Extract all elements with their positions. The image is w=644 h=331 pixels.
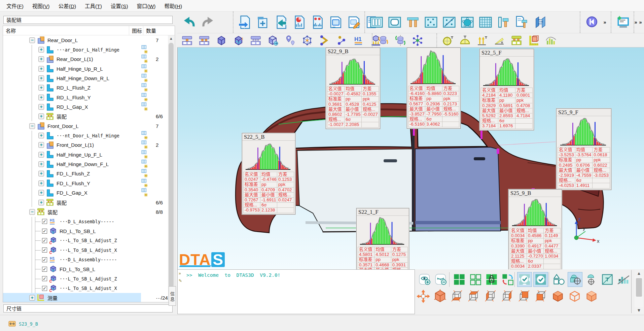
feature-target-button[interactable] [568,272,582,287]
expand-icon[interactable]: + [38,180,44,186]
spec-doc-button[interactable] [513,13,530,32]
stat-card-S22_9_B[interactable]: S22_9_B名义值均值方差-0.0027-0.45820.1355标准差ppp… [326,47,380,129]
grid-gear-icon[interactable] [141,131,155,140]
measure-cube-button[interactable] [526,33,542,47]
tree-row-FD_L_Flush_Z[interactable]: +FD_L_Flush_Z [3,169,175,178]
card-title[interactable]: S22_5_F [480,49,534,57]
grid-gear-icon[interactable] [141,169,155,178]
checkbox[interactable]: ✓ [42,247,47,253]
column-icon[interactable]: 图标 [129,26,143,35]
checkbox[interactable]: ✓ [42,238,47,243]
expand-icon[interactable]: + [38,56,44,62]
import-model-button[interactable] [273,13,290,32]
tree-row-Rear_Door_L[interactable]: −Rear_Door_L7 [3,35,175,45]
tree-row-Rear_Door_L(1)[interactable]: +Rear_Door_L(1)2 [3,55,175,64]
expand-icon[interactable]: + [38,152,44,158]
view-solid-button[interactable] [550,288,566,304]
card-title[interactable]: S22_1_F [357,208,409,216]
polygon-feature-button[interactable] [459,13,476,32]
cube-section-button[interactable] [265,33,281,47]
part-cube-button[interactable] [213,33,229,47]
expand-icon[interactable]: + [38,104,44,110]
grid-gear-icon[interactable] [141,102,155,111]
expand-icon[interactable]: + [38,200,44,205]
tree-row-Half_Hinge_Down_F_L[interactable]: +Half_Hinge_Down_F_L [3,159,175,169]
dome-target-button[interactable] [584,272,599,287]
card-title[interactable]: S22_9_B [326,48,380,55]
support-feature-button[interactable] [404,13,421,32]
column-count[interactable]: 数量 [143,26,163,35]
move-all-button[interactable] [416,288,431,304]
layout-swap-button[interactable] [500,272,515,287]
parallel-planes-button[interactable] [531,13,548,32]
3d-viewport[interactable]: z x y S22_9_B名义值均值方差-0.0027-0.45820.1355… [177,47,644,269]
locator-pin-button[interactable] [282,33,298,47]
grid-gear-icon[interactable] [141,64,155,73]
link-points-button[interactable] [333,33,350,47]
tree-row-···D_L_Assembly------[interactable]: ✓H1···D_L_Assembly------ [3,255,175,264]
tree-row-测量[interactable]: +测量···/24 [3,293,175,302]
layout-filled-button[interactable] [452,272,467,287]
rotate-cylinder-button[interactable] [375,33,391,47]
export-model-button[interactable] [236,13,253,32]
checkbox[interactable]: ✓ [42,276,47,281]
pocket-feature-button[interactable] [386,13,403,32]
edit-document-button[interactable] [345,13,362,32]
stat-card-S22_1_F[interactable]: S22_1_F名义值均值方差4.58014.50120.1275标准差ppppk… [356,208,409,269]
panel-overflow-button[interactable]: » [617,272,625,287]
console-expand-icon[interactable]: » [179,271,181,276]
tree-row-Front_Door_L(1)[interactable]: +Front_Door_L(1)2 [3,140,175,150]
profile-tolerance-button[interactable] [457,33,473,47]
slot-feature-button[interactable] [368,13,385,32]
tree-row-RD_L_Flush_Y[interactable]: +RD_L_Flush_Y [3,93,175,102]
expand-icon[interactable]: + [38,95,44,100]
checkbox[interactable]: ✓ [42,257,47,262]
iso-view-button[interactable] [432,288,448,304]
cube-face-top-button[interactable] [466,288,481,304]
tree-row-Front_Door_L[interactable]: −Front_Door_L7 [3,121,175,131]
expand-icon[interactable]: + [38,133,44,138]
menu-item-s[interactable]: 设置(S) [106,1,133,11]
texture-toggle-button[interactable] [600,272,615,287]
tree-row-···L_To_SB_L_Adjust_X[interactable]: ✓C···L_To_SB_L_Adjust_X [3,245,175,255]
circularity-tolerance-button[interactable] [440,33,456,47]
report-distribution-button[interactable] [309,13,326,32]
measurement-result-item[interactable]: S23_9_B [8,321,38,327]
column-name[interactable]: 名称 [3,26,129,35]
cube-face-left-button[interactable] [483,288,498,304]
assembly-tolerance-button[interactable] [508,33,525,47]
tree-row-RD_L_Flush_Z[interactable]: +RD_L_Flush_Z [3,83,175,93]
undo-button[interactable] [181,13,198,32]
expand-icon[interactable]: + [38,66,44,72]
card-title[interactable]: S25_9_F [557,109,611,116]
grid-gear-icon[interactable] [141,55,155,64]
expand-icon[interactable]: + [38,161,44,167]
expand-icon[interactable]: + [38,142,44,148]
hide-eye-button[interactable] [434,272,449,287]
cube-face-back-button[interactable] [533,288,549,304]
verify-complete-button[interactable] [533,272,548,287]
expand-icon[interactable]: + [38,171,44,176]
cube-face-right-button[interactable] [500,288,515,304]
datum-cross-button[interactable] [440,13,458,32]
stat-card-S22_5_B[interactable]: S22_5_B名义值均值方差0.0247-0.47460.1253标准差pppp… [242,133,295,214]
stat-card-S25_9_F[interactable]: S25_9_F名义值均值方差-3.5253-3.57640.0618标准差ppp… [556,108,611,190]
redo-button[interactable] [199,13,216,32]
grid-gear-icon[interactable] [141,140,155,150]
tree-row-···ar_Door_L_Half_Hinge[interactable]: +···ar_Door_L_Half_Hinge [3,45,175,54]
right-scrollbar[interactable]: ▲ ▼ [635,270,643,313]
grid-gear-icon[interactable] [141,93,155,102]
checkbox[interactable]: ✓ [42,286,47,291]
scroll-down-icon[interactable]: ▼ [635,307,643,313]
view-shaded-button[interactable] [584,288,599,304]
stat-card-S25_9_B[interactable]: S25_9_B名义值均值方差0.00340.45860.1149标准差ppppk… [508,189,562,269]
tree-row-Half_Hinge_Up_F_L[interactable]: +Half_Hinge_Up_F_L [3,150,175,159]
stat-card-S22_5_F[interactable]: S22_5_F名义值均值方差4.21844.11800.0801标准差ppppk… [479,49,534,130]
new-document-button[interactable] [254,13,272,32]
expand-icon[interactable]: + [38,113,44,119]
tree-row-FD_L_To_SB_L[interactable]: ✓FD_L_To_SB_L [3,264,175,274]
cube-face-bottom-button[interactable] [449,288,465,304]
tree-row-装配[interactable]: +装配6/6 [3,112,175,121]
tree-row-RD_L_Gap_X[interactable]: +RD_L_Gap_X [3,102,175,111]
show-eye-button[interactable] [418,272,432,287]
